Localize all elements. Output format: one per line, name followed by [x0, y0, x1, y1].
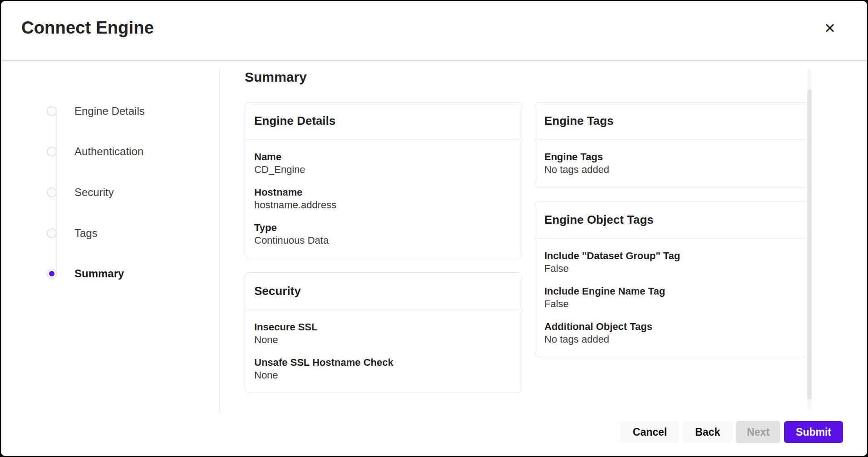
field-label: Include Engine Name Tag: [544, 285, 800, 298]
stepper-item-authentication[interactable]: Authentication: [47, 146, 143, 157]
field-label: Engine Tags: [544, 151, 800, 163]
step-label: Security: [74, 186, 114, 199]
stepper-item-tags[interactable]: Tags: [47, 228, 98, 239]
scrollbar-track: [807, 69, 812, 410]
field-value: None: [254, 334, 513, 346]
field-value: False: [544, 262, 800, 275]
scrollbar-thumb[interactable]: [807, 89, 812, 400]
step-label: Engine Details: [74, 105, 145, 118]
field-additional-object-tags: Additional Object Tags No tags added: [544, 320, 800, 346]
wizard-stepper: Engine Details Authentication Security T…: [1, 60, 219, 413]
step-circle-icon: [47, 228, 57, 238]
card-title: Engine Details: [245, 103, 522, 140]
step-circle-active-icon: [47, 269, 57, 279]
field-value: No tags added: [544, 333, 800, 346]
step-circle-icon: [47, 187, 57, 197]
card-body: Engine Tags No tags added: [535, 140, 809, 187]
step-label: Summary: [74, 267, 124, 280]
field-value: CD_Engine: [254, 163, 513, 176]
field-engine-tags: Engine Tags No tags added: [544, 151, 800, 176]
card-body: Insecure SSL None Unsafe SSL Hostname Ch…: [245, 310, 522, 393]
field-label: Insecure SSL: [254, 321, 513, 334]
cancel-button[interactable]: Cancel: [621, 421, 679, 443]
card-body: Include "Dataset Group" Tag False Includ…: [535, 239, 809, 357]
field-include-engine-name-tag: Include Engine Name Tag False: [544, 285, 800, 310]
card-title: Security: [245, 273, 522, 310]
field-type: Type Continuous Data: [254, 221, 513, 247]
page-title: Summary: [245, 68, 307, 87]
field-label: Name: [254, 151, 513, 163]
stepper-item-summary[interactable]: Summary: [47, 268, 124, 279]
card-title: Engine Object Tags: [535, 201, 809, 239]
card-title: Engine Tags: [535, 103, 809, 140]
summary-panel: Summary Engine Details Name CD_Engine Ho…: [219, 60, 867, 413]
field-label: Unsafe SSL Hostname Check: [254, 356, 513, 369]
engine-details-card: Engine Details Name CD_Engine Hostname h…: [245, 102, 522, 258]
field-hostname: Hostname hostname.address: [254, 186, 513, 211]
field-value: hostname.address: [254, 199, 513, 211]
field-unsafe-ssl-hostname-check: Unsafe SSL Hostname Check None: [254, 356, 513, 382]
dialog-title: Connect Engine: [21, 18, 154, 38]
stepper-item-security[interactable]: Security: [47, 187, 114, 198]
field-label: Additional Object Tags: [544, 320, 800, 333]
security-card: Security Insecure SSL None Unsafe SSL Ho…: [245, 272, 522, 393]
connect-engine-dialog: Connect Engine ✕ Engine Details Authenti…: [1, 1, 867, 456]
step-circle-icon: [47, 147, 57, 157]
field-value: No tags added: [544, 163, 800, 176]
step-label: Authentication: [74, 145, 143, 158]
engine-tags-card: Engine Tags Engine Tags No tags added: [535, 102, 810, 187]
back-button[interactable]: Back: [683, 421, 732, 443]
card-body: Name CD_Engine Hostname hostname.address…: [245, 140, 522, 258]
field-value: None: [254, 369, 513, 382]
field-label: Include "Dataset Group" Tag: [544, 250, 800, 262]
field-value: Continuous Data: [254, 234, 513, 247]
close-icon: ✕: [824, 21, 836, 35]
field-include-dataset-group-tag: Include "Dataset Group" Tag False: [544, 250, 800, 275]
field-name: Name CD_Engine: [254, 151, 513, 176]
field-insecure-ssl: Insecure SSL None: [254, 321, 513, 346]
dialog-footer: Cancel Back Next Submit: [621, 421, 843, 443]
field-value: False: [544, 298, 800, 310]
next-button[interactable]: Next: [736, 421, 780, 443]
step-label: Tags: [74, 227, 98, 240]
close-button[interactable]: ✕: [820, 18, 840, 38]
step-circle-icon: [47, 106, 57, 116]
submit-button[interactable]: Submit: [784, 421, 843, 443]
engine-object-tags-card: Engine Object Tags Include "Dataset Grou…: [535, 201, 810, 357]
field-label: Type: [254, 221, 513, 234]
stepper-item-engine-details[interactable]: Engine Details: [47, 106, 145, 117]
field-label: Hostname: [254, 186, 513, 199]
dialog-header: Connect Engine ✕: [1, 1, 867, 61]
